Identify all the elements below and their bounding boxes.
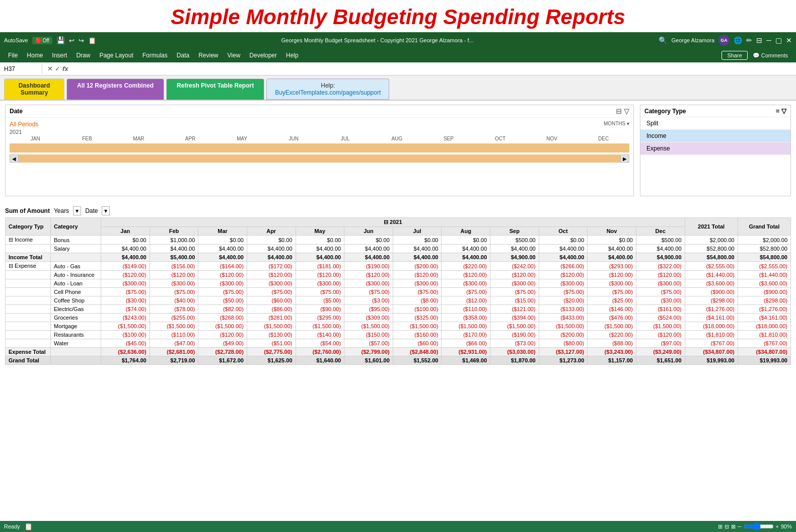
- tab-help[interactable]: Help: BuyExcelTemplates.com/pages/suppor…: [266, 79, 389, 100]
- cell-apr: ($172.00): [247, 262, 296, 271]
- cell-total: ($900.00): [685, 288, 738, 296]
- cell-dec: ($300.00): [636, 279, 685, 288]
- cell-category: [51, 356, 101, 365]
- cell-feb: ($75.00): [150, 288, 198, 296]
- table-row: Water($45.00)($47.00)($49.00)($51.00)($5…: [6, 339, 791, 348]
- cell-category: Mortgage: [51, 322, 101, 331]
- category-item-expense[interactable]: Expense: [640, 142, 790, 155]
- minimize-icon[interactable]: ─: [766, 36, 771, 44]
- menu-developer[interactable]: Developer: [245, 50, 281, 60]
- cell-grand-total: $54,800.00: [738, 253, 790, 262]
- insert-function-icon[interactable]: fx: [62, 65, 68, 72]
- category-item-split[interactable]: Split: [640, 117, 790, 130]
- category-sort-icon[interactable]: ≡ ▽: [776, 107, 786, 115]
- cell-nov: ($25.00): [588, 296, 636, 305]
- years-dropdown[interactable]: ▾: [73, 206, 81, 215]
- cell-jul: ($2,848.00): [393, 348, 442, 356]
- cell-sep: $4,900.00: [490, 253, 539, 262]
- menu-insert[interactable]: Insert: [48, 50, 71, 60]
- month-dec: DEC: [577, 136, 629, 141]
- cell-mar: ($120.00): [198, 331, 247, 339]
- save-icon[interactable]: 💾: [56, 36, 65, 44]
- cell-grand-total: ($4,161.00): [738, 314, 790, 322]
- user-name: George Alzamora: [671, 37, 714, 43]
- years-label: Years: [54, 207, 69, 214]
- col-jul: Jul: [393, 227, 442, 236]
- category-item-income[interactable]: Income: [640, 130, 790, 142]
- cell-sep: ($394.00): [490, 314, 539, 322]
- cell-oct: ($433.00): [539, 314, 588, 322]
- clipboard-icon[interactable]: 📋: [88, 37, 96, 44]
- cell-jun: ($150.00): [344, 331, 393, 339]
- cell-aug: ($220.00): [442, 262, 490, 271]
- scroll-right-button[interactable]: ▶: [620, 155, 629, 163]
- cell-jan: ($2,636.00): [101, 348, 150, 356]
- maximize-icon[interactable]: ▢: [775, 36, 782, 44]
- cell-jan: ($300.00): [101, 279, 150, 288]
- cell-jan: $4,400.00: [101, 245, 150, 253]
- tab-all-registers[interactable]: All 12 Registers Combined: [66, 79, 164, 100]
- tab-dashboard-summary[interactable]: DashboardSummary: [4, 79, 64, 100]
- autosave-toggle[interactable]: 🔴 Off: [32, 37, 52, 44]
- comments-button[interactable]: 💬 Comments: [749, 51, 792, 60]
- cell-jan: ($1,500.00): [101, 322, 150, 331]
- menu-draw[interactable]: Draw: [72, 50, 94, 60]
- undo-icon[interactable]: ↩: [69, 37, 75, 44]
- cell-grand-total: ($1,440.00): [738, 271, 790, 279]
- date-dropdown[interactable]: ▾: [102, 206, 110, 215]
- category-filter-title: Category Type: [644, 108, 686, 115]
- cell-oct: $4,400.00: [539, 253, 588, 262]
- menu-data[interactable]: Data: [173, 50, 193, 60]
- cell-jul: ($1,500.00): [393, 322, 442, 331]
- scroll-left-button[interactable]: ◀: [10, 155, 19, 163]
- cell-grand-total: ($1,810.00): [738, 331, 790, 339]
- cell-apr: $0.00: [247, 236, 296, 245]
- cell-sep: ($3,030.00): [490, 348, 539, 356]
- cell-total: ($767.00): [685, 339, 738, 348]
- cell-aug: $4,400.00: [442, 245, 490, 253]
- close-icon[interactable]: ✕: [786, 36, 792, 44]
- cell-jul: $4,400.00: [393, 245, 442, 253]
- all-periods-label[interactable]: All Periods: [10, 121, 38, 128]
- cell-category: Coffee Shop: [51, 296, 101, 305]
- cell-aug: ($358.00): [442, 314, 490, 322]
- cell-may: $0.00: [296, 236, 344, 245]
- confirm-formula-icon[interactable]: ✓: [55, 65, 60, 72]
- menu-formulas[interactable]: Formulas: [138, 50, 172, 60]
- cell-oct: ($120.00): [539, 271, 588, 279]
- search-icon[interactable]: 🔍: [659, 36, 667, 44]
- globe-icon[interactable]: 🌐: [734, 36, 742, 44]
- months-label[interactable]: MONTHS ▾: [604, 121, 629, 128]
- menu-review[interactable]: Review: [194, 50, 222, 60]
- cell-aug: $1,469.00: [442, 356, 490, 365]
- date-filter-icon[interactable]: ⊟ ▽: [616, 107, 629, 115]
- cell-apr: $4,400.00: [247, 245, 296, 253]
- cell-type: [6, 314, 51, 322]
- share-button[interactable]: Share: [721, 51, 747, 60]
- menu-view[interactable]: View: [224, 50, 245, 60]
- title-bar: AutoSave 🔴 Off 💾 ↩ ↪ 📋 Georges Monthly B…: [0, 32, 796, 48]
- cell-grand-total: $19,993.00: [738, 356, 790, 365]
- scroll-track[interactable]: [19, 155, 620, 163]
- cell-sep: ($190.00): [490, 331, 539, 339]
- redo-icon[interactable]: ↪: [79, 37, 84, 44]
- cancel-formula-icon[interactable]: ✕: [47, 65, 53, 72]
- cell-apr: ($86.00): [247, 305, 296, 314]
- date-filter-header: Date ⊟ ▽: [6, 105, 633, 118]
- menu-page-layout[interactable]: Page Layout: [95, 50, 137, 60]
- col-jan: Jan: [101, 227, 150, 236]
- cell-reference-box[interactable]: [2, 64, 42, 73]
- cell-grand-total: ($767.00): [738, 339, 790, 348]
- menu-file[interactable]: File: [4, 50, 22, 60]
- cell-may: ($1,500.00): [296, 322, 344, 331]
- tab-refresh-pivot[interactable]: Refresh Pivot Table Report: [166, 79, 264, 100]
- cell-dec: ($97.00): [636, 339, 685, 348]
- menu-help[interactable]: Help: [282, 50, 303, 60]
- timeline-track[interactable]: [10, 143, 629, 153]
- cell-nov: $1,157.00: [588, 356, 636, 365]
- pen-icon[interactable]: ✏: [746, 36, 752, 44]
- menu-home[interactable]: Home: [23, 50, 47, 60]
- cell-type: [6, 279, 51, 288]
- window-restore-icon[interactable]: ⊟: [756, 36, 762, 44]
- formula-input[interactable]: [74, 64, 794, 73]
